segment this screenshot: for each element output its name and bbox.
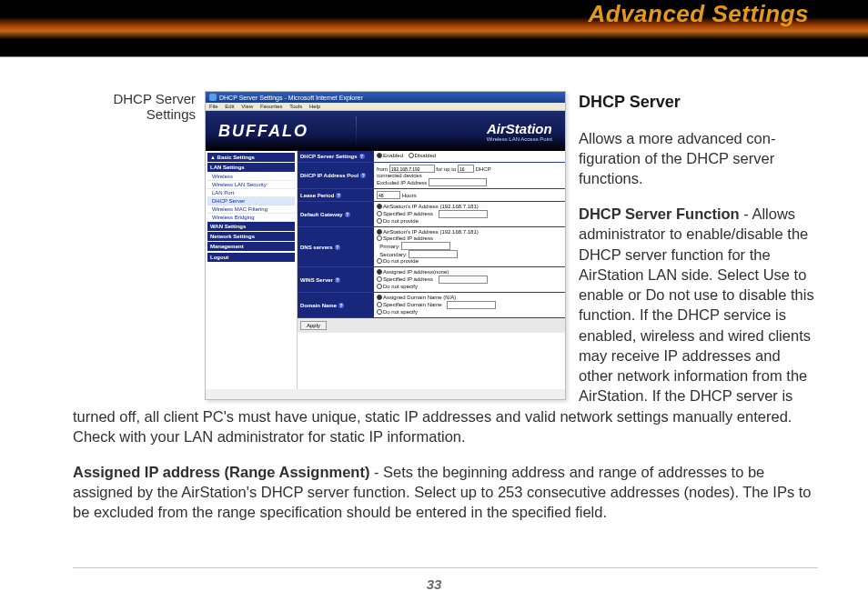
header-rule (0, 56, 868, 57)
sidebar-item-wireless[interactable]: Wireless (207, 173, 295, 181)
wins-opt1[interactable]: Assigned IP address(none) (377, 269, 449, 275)
gw-opt3[interactable]: Do not provide (377, 218, 419, 224)
row-domain: Domain Name? Assigned Domain Name (N/A) … (298, 293, 565, 318)
airstation-title: AirStation (487, 121, 552, 136)
airstation-sub: Wireless LAN Access Point (487, 136, 552, 142)
sidebar: ▲ Basic Settings LAN Settings Wireless W… (206, 151, 298, 389)
lbl-lease: Lease Period (300, 193, 334, 198)
pool-forup: for up to (436, 166, 456, 172)
menu-favorites[interactable]: Favorites (260, 104, 283, 109)
sidebar-net-header[interactable]: Network Settings (207, 232, 295, 241)
caption-line-2: Settings (146, 106, 196, 122)
help-icon[interactable]: ? (338, 303, 344, 308)
caption-line-1: DHCP Server (113, 91, 196, 106)
gw-opt2[interactable]: Specified IP address (377, 211, 433, 216)
lbl-pool: DHCP IP Address Pool (300, 173, 358, 178)
help-icon[interactable]: ? (335, 245, 340, 250)
menu-edit[interactable]: Edit (225, 104, 234, 109)
radio-disabled[interactable]: Disabled (409, 153, 436, 158)
sidebar-item-bridge[interactable]: Wireless Bridging (207, 214, 295, 222)
gw-spec-input[interactable] (439, 210, 488, 218)
row-dns: DNS servers? AirStation's IP Address (19… (298, 227, 565, 267)
figure-caption: DHCP Server Settings (73, 91, 196, 122)
page-title: Advanced Settings (588, 0, 809, 28)
lbl-dhcp-func: DHCP Server Settings (300, 154, 358, 159)
sidebar-lan-header[interactable]: LAN Settings (207, 163, 295, 172)
dns-opt2[interactable]: Specified IP address (377, 235, 433, 241)
dns-pri-lbl: Primary: (379, 244, 399, 249)
pool-from: from (377, 166, 388, 172)
apply-bar: Apply (298, 318, 565, 333)
dom-spec-input[interactable] (447, 301, 496, 309)
dom-opt1[interactable]: Assigned Domain Name (N/A) (377, 295, 456, 300)
dns-sec-lbl: Secondary: (379, 252, 407, 257)
lbl-wins: WINS Server (300, 277, 333, 283)
menu-view[interactable]: View (241, 104, 253, 109)
pool-excl: Excluded IP Address (377, 180, 427, 185)
lbl-gateway: Default Gateway (300, 212, 343, 217)
p2-bold: DHCP Server Function (579, 205, 740, 222)
dns-opt3[interactable]: Do not provide (377, 258, 419, 264)
lease-value[interactable] (377, 191, 400, 199)
radio-enabled[interactable]: Enabled (377, 153, 403, 158)
sidebar-item-dhcp[interactable]: DHCP Server (207, 197, 295, 205)
help-icon[interactable]: ? (345, 212, 350, 217)
app-body: ▲ Basic Settings LAN Settings Wireless W… (206, 151, 565, 389)
pool-count[interactable] (458, 165, 474, 173)
help-icon[interactable]: ? (336, 193, 341, 198)
settings-panel: DHCP Server Settings? Enabled Disabled D… (298, 151, 565, 389)
menu-file[interactable]: File (209, 104, 218, 109)
menu-help[interactable]: Help (309, 104, 320, 109)
sidebar-logout[interactable]: Logout (207, 253, 295, 262)
ie-icon (209, 94, 217, 101)
sidebar-basic[interactable]: ▲ Basic Settings (207, 153, 295, 162)
help-icon[interactable]: ? (335, 277, 340, 283)
row-lease: Lease Period? Hours (298, 189, 565, 202)
gw-opt1[interactable]: AirStation's IP Address (192.168.7.181) (377, 204, 479, 209)
lbl-dns: DNS servers (300, 245, 333, 250)
pool-from-ip[interactable] (389, 165, 435, 173)
sidebar-wan-header[interactable]: WAN Settings (207, 222, 295, 231)
lbl-domain: Domain Name (300, 303, 337, 308)
help-icon[interactable]: ? (360, 173, 366, 178)
ie-titlebar: DHCP Server Settings - Microsoft Interne… (206, 92, 565, 103)
dns-pri-input[interactable] (401, 242, 450, 250)
paragraph-3: Assigned IP address (Range Assignment) -… (73, 462, 818, 523)
brand-banner: BUFFALO AirStation Wireless LAN Access P… (206, 111, 565, 151)
dom-opt2[interactable]: Specified Domain Name (377, 302, 442, 307)
row-pool: DHCP IP Address Pool? from for up to DHC… (298, 163, 565, 189)
row-wins: WINS Server? Assigned IP address(none) S… (298, 267, 565, 293)
sidebar-item-lan-port[interactable]: LAN Port (207, 189, 295, 197)
wins-opt3[interactable]: Do not specify (377, 284, 418, 289)
wins-opt2[interactable]: Specified IP address (377, 276, 433, 282)
pool-excl-input[interactable] (429, 178, 487, 186)
pool-dhcp: DHCP (476, 166, 491, 172)
apply-button[interactable]: Apply (300, 321, 327, 330)
row-gateway: Default Gateway? AirStation's IP Address… (298, 202, 565, 227)
help-icon[interactable]: ? (359, 154, 365, 159)
buffalo-logo: BUFFALO (218, 122, 308, 141)
embedded-screenshot: DHCP Server Settings - Microsoft Interne… (205, 91, 566, 400)
dns-opt1[interactable]: AirStation's IP Address (192.168.7.181) (377, 229, 479, 235)
ie-menubar: File Edit View Favorites Tools Help (206, 103, 565, 111)
pool-conn: connected devices (377, 173, 422, 178)
p3-bold: Assigned IP address (Range Assignment) (73, 464, 369, 480)
ie-window-title: DHCP Server Settings - Microsoft Interne… (219, 95, 363, 101)
footer-rule (73, 567, 818, 568)
wins-spec-input[interactable] (439, 275, 488, 284)
sidebar-item-mac[interactable]: Wireless MAC Filtering (207, 205, 295, 214)
menu-tools[interactable]: Tools (289, 104, 302, 109)
dns-sec-input[interactable] (409, 250, 458, 258)
airstation-logo: AirStation Wireless LAN Access Point (487, 121, 552, 142)
dom-opt3[interactable]: Do not specify (377, 309, 418, 315)
sidebar-item-wlan-sec[interactable]: Wireless LAN Security (207, 181, 295, 189)
content-area: DHCP Server Settings DHCP Server Setting… (73, 91, 818, 537)
lease-unit: Hours (402, 193, 417, 198)
page-number: 33 (0, 576, 868, 592)
row-dhcp-func: DHCP Server Settings? Enabled Disabled (298, 151, 565, 163)
sidebar-mgmt-header[interactable]: Management (207, 242, 295, 251)
